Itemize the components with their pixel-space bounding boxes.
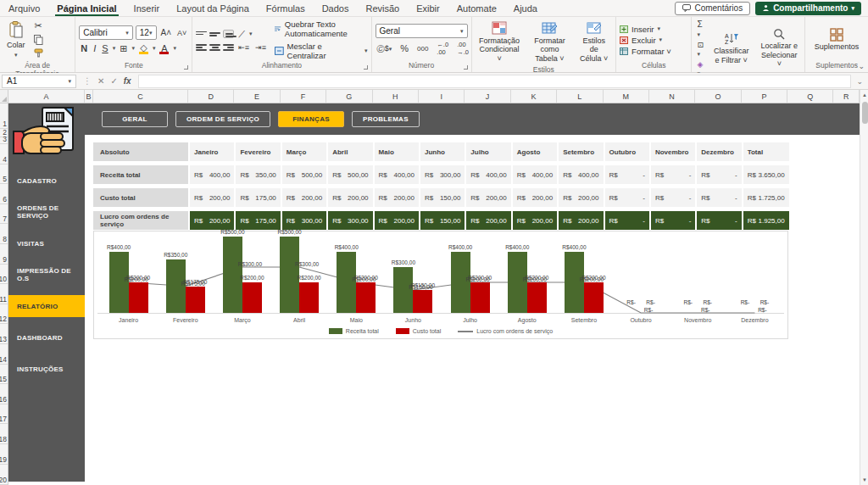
align-middle-button[interactable] (209, 30, 220, 38)
column-header-M[interactable]: M (604, 90, 649, 103)
month-header-outubro[interactable]: Outubro (605, 142, 649, 161)
autosum-button[interactable]: Σ ▾ (695, 20, 705, 38)
row-header-17[interactable]: 17 (0, 404, 8, 425)
table-value-cell[interactable]: R$200,00 (559, 188, 603, 207)
table-value-cell[interactable]: R$400,00 (559, 165, 603, 184)
month-header-fevereiro[interactable]: Fevereiro (236, 142, 280, 161)
table-value-cell[interactable]: R$400,00 (190, 165, 234, 184)
table-value-cell[interactable]: R$500,00 (328, 165, 372, 184)
row-header-3[interactable]: 3 (0, 137, 8, 144)
table-value-cell[interactable]: R$200,00 (282, 188, 326, 207)
number-dialog-launcher[interactable] (464, 65, 468, 70)
table-value-cell[interactable]: R$200,00 (513, 211, 557, 230)
ribbon-tab-arquivo[interactable]: Arquivo (0, 0, 48, 16)
collapse-ribbon-button[interactable]: ⌄ (858, 62, 865, 70)
increase-decimal-button[interactable]: ←.0.00 (435, 41, 450, 56)
row-label[interactable]: Receita total (93, 165, 188, 184)
wrap-text-button[interactable]: Quebrar Texto Automaticamente (275, 20, 368, 38)
ribbon-tab-automate[interactable]: Automate (448, 0, 505, 16)
comments-button[interactable]: Comentários (675, 2, 750, 15)
sidebar-item-impress-o-de-o-s[interactable]: IMPRESSÃO DE O.S (8, 264, 85, 286)
row-header-15[interactable]: 15 (0, 365, 8, 385)
month-header-novembro[interactable]: Novembro (651, 142, 695, 161)
italic-button[interactable]: I (92, 43, 97, 53)
percent-button[interactable]: % (398, 43, 410, 53)
addins-button[interactable]: Suplementos (811, 26, 863, 53)
table-value-cell[interactable]: R$200,00 (375, 211, 419, 230)
finance-chart[interactable]: R$400,00R$200,00R$200,00JaneiroR$350,00R… (93, 231, 788, 339)
table-corner-cell[interactable]: Absoluto (93, 142, 188, 161)
row-header-13[interactable]: 13 (0, 324, 8, 344)
name-box[interactable]: A1▾ (2, 75, 76, 88)
alignment-dialog-launcher[interactable] (364, 65, 368, 70)
sidebar-item-relat-rio[interactable]: RELATÓRIO (8, 295, 85, 317)
revenue-bar[interactable] (109, 252, 129, 313)
row-header-9[interactable]: 9 (0, 244, 8, 265)
revenue-bar[interactable] (393, 267, 413, 313)
table-value-cell[interactable]: R$- (651, 165, 695, 184)
total-header[interactable]: Total (743, 142, 789, 161)
bold-button[interactable]: N (79, 43, 89, 53)
ribbon-tab-ajuda[interactable]: Ajuda (505, 0, 546, 16)
table-value-cell[interactable]: R$400,00 (466, 165, 510, 184)
row-header-12[interactable]: 12 (0, 304, 8, 325)
sidebar-item-cadastro[interactable]: CADASTRO (8, 170, 85, 192)
table-total-cell[interactable]: R$1.925,00 (743, 211, 789, 230)
revenue-bar[interactable] (337, 252, 356, 313)
revenue-bar[interactable] (166, 259, 186, 313)
number-format-select[interactable]: Geral▾ (376, 24, 468, 38)
cell-styles-button[interactable]: Estilos de Célula ˅ (576, 20, 612, 64)
row-label[interactable]: Lucro com ordens de serviço (93, 211, 188, 230)
row-header-4[interactable]: 4 (0, 144, 8, 164)
row-header-20[interactable]: 20 (0, 465, 8, 485)
table-value-cell[interactable]: R$350,00 (236, 165, 280, 184)
table-value-cell[interactable]: R$200,00 (559, 211, 603, 230)
comma-style-button[interactable]: 000 (415, 45, 430, 53)
month-header-julho[interactable]: Julho (466, 142, 510, 161)
vertical-scrollbar[interactable]: ▲ ▼ (860, 90, 868, 485)
table-value-cell[interactable]: R$200,00 (466, 188, 510, 207)
row-label[interactable]: Custo total (93, 188, 188, 207)
month-header-abril[interactable]: Abril (328, 142, 372, 161)
cost-bar[interactable] (356, 282, 376, 313)
month-header-agosto[interactable]: Agosto (513, 142, 557, 161)
row-header-11[interactable]: 11 (0, 284, 8, 304)
delete-cells-button[interactable]: Excluir▾ (620, 36, 662, 45)
copy-button[interactable] (32, 34, 45, 46)
sheet-tab-finan-as[interactable]: FINANÇAS (278, 111, 344, 127)
table-value-cell[interactable]: R$300,00 (282, 211, 326, 230)
ribbon-tab-exibir[interactable]: Exibir (408, 0, 448, 16)
column-header-N[interactable]: N (649, 90, 695, 103)
table-value-cell[interactable]: R$- (605, 188, 649, 207)
month-header-janeiro[interactable]: Janeiro (190, 142, 234, 161)
format-as-table-button[interactable]: Formatar como Tabela ˅ (527, 20, 573, 64)
sheet-tab-geral[interactable]: GERAL (102, 111, 168, 127)
conditional-formatting-button[interactable]: Formatação Condicional ˅ (476, 20, 524, 64)
confirm-entry-icon[interactable]: ✓ (110, 76, 117, 86)
table-value-cell[interactable]: R$- (605, 165, 649, 184)
table-value-cell[interactable]: R$- (697, 188, 741, 207)
ribbon-tab-página-inicial[interactable]: Página Inicial (48, 0, 125, 16)
accounting-format-button[interactable]: 🄫$▾ (376, 44, 394, 53)
cost-bar[interactable] (129, 282, 148, 313)
column-header-L[interactable]: L (557, 90, 603, 103)
align-center-button[interactable] (209, 43, 220, 52)
expand-formula-bar-icon[interactable]: ⌄ (851, 77, 868, 86)
revenue-bar[interactable] (451, 252, 470, 313)
row-header-14[interactable]: 14 (0, 344, 8, 365)
cut-button[interactable]: ✂ (32, 20, 45, 32)
row-header-18[interactable]: 18 (0, 424, 8, 444)
font-dialog-launcher[interactable] (184, 65, 188, 70)
column-header-D[interactable]: D (188, 90, 234, 103)
sidebar-item-dashboard[interactable]: DASHBOARD (8, 326, 85, 348)
cost-bar[interactable] (242, 282, 262, 313)
format-painter-button[interactable] (32, 47, 45, 59)
insert-cells-button[interactable]: Inserir▾ (620, 25, 660, 34)
table-value-cell[interactable]: R$200,00 (190, 188, 234, 207)
cost-bar[interactable] (527, 282, 547, 313)
ribbon-tab-revisão[interactable]: Revisão (357, 0, 408, 16)
table-value-cell[interactable]: R$300,00 (420, 165, 465, 184)
month-header-dezembro[interactable]: Dezembro (697, 142, 741, 161)
table-value-cell[interactable]: R$200,00 (513, 188, 557, 207)
table-value-cell[interactable]: R$150,00 (420, 188, 465, 207)
